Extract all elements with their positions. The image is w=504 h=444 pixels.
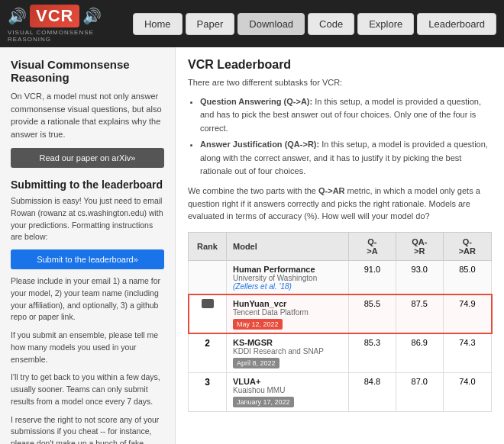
model-name: Human Performance: [233, 265, 342, 274]
main-content: Visual Commonsense Reasoning On VCR, a m…: [0, 47, 504, 444]
score-qar2: 74.0: [443, 372, 491, 411]
leaderboard-intro: There are two different subtasks for VCR…: [188, 76, 492, 89]
leaderboard-title: VCR Leaderboard: [188, 58, 492, 72]
model-cite: (Zellers et al. '18): [233, 282, 342, 291]
cheat-note: I reserve the right to not score any of …: [11, 414, 164, 445]
score-qar: 86.9: [396, 333, 443, 372]
date-badge: May 12, 2022: [233, 319, 283, 330]
model-cell: Human Performance University of Washingt…: [227, 260, 349, 294]
model-name: KS-MGSR: [233, 338, 342, 347]
rank-number: 3: [205, 377, 210, 388]
left-intro: On VCR, a model must not only answer com…: [11, 90, 164, 140]
nav-download[interactable]: Download: [237, 13, 305, 35]
logo-area: 🔊 VCR 🔊 Visual Commonsense Reasoning: [8, 5, 118, 43]
nav: Home Paper Download Code Explore Leaderb…: [133, 13, 496, 35]
score-qa: 84.8: [349, 372, 396, 411]
logo-icon-left: 🔊: [8, 7, 27, 25]
nav-leaderboard[interactable]: Leaderboard: [417, 13, 496, 35]
reply-note: I'll try to get back to you within a few…: [11, 372, 164, 407]
table-row: Human Performance University of Washingt…: [189, 260, 492, 294]
rank-cell: 2: [189, 333, 227, 372]
score-qa: 85.5: [349, 294, 396, 333]
task-qa-name: Question Answering (Q->A):: [200, 97, 312, 106]
submit-button[interactable]: Submit to the leaderboard»: [11, 249, 164, 269]
model-org: Kuaishou MMU: [233, 386, 342, 394]
arxiv-button[interactable]: Read our paper on arXiv»: [11, 148, 164, 168]
ensemble-note: If you submit an ensemble, please tell m…: [11, 330, 164, 365]
table-header-row: Rank Model Q->A QA->R Q->AR: [189, 232, 492, 260]
task-ar: Answer Justification (QA->R): In this se…: [200, 138, 492, 179]
model-name: VLUA+: [233, 377, 342, 386]
score-qar2: 74.9: [443, 294, 491, 333]
table-row: 3 VLUA+ Kuaishou MMU January 17, 2022 84…: [189, 372, 492, 411]
right-panel: VCR Leaderboard There are two different …: [176, 47, 504, 444]
logo-subtitle: Visual Commonsense Reasoning: [8, 29, 118, 43]
logo-icon-right: 🔊: [82, 7, 102, 25]
score-qa: 91.0: [349, 260, 396, 294]
nav-paper[interactable]: Paper: [186, 13, 235, 35]
task-ar-name: Answer Justification (QA->R):: [200, 140, 319, 149]
leaderboard-table: Rank Model Q->A QA->R Q->AR Human Perfor…: [188, 232, 492, 412]
task-qa: Question Answering (Q->A): In this setup…: [200, 95, 492, 136]
score-qar2: 85.0: [443, 260, 491, 294]
model-name: HunYuan_vcr: [233, 299, 342, 308]
score-qa: 85.3: [349, 333, 396, 372]
model-cell: VLUA+ Kuaishou MMU January 17, 2022: [227, 372, 349, 411]
model-org: KDDI Research and SNAP: [233, 347, 342, 356]
rank-icon: [202, 299, 214, 308]
nav-home[interactable]: Home: [133, 13, 183, 35]
col-rank: Rank: [189, 232, 227, 260]
model-cell: KS-MGSR KDDI Research and SNAP April 8, …: [227, 333, 349, 372]
logo-box: 🔊 VCR 🔊: [8, 5, 102, 27]
score-qar: 87.0: [396, 372, 443, 411]
col-qar2: Q->AR: [443, 232, 491, 260]
rank-cell: [189, 294, 227, 333]
submit-intro: Submission is easy! You just need to ema…: [11, 195, 164, 243]
rank-number: 2: [205, 338, 210, 349]
left-panel: Visual Commonsense Reasoning On VCR, a m…: [0, 47, 176, 444]
logo-vcr: VCR: [30, 5, 79, 27]
nav-explore[interactable]: Explore: [357, 13, 414, 35]
submit-title: Submitting to the leaderboard: [11, 179, 164, 191]
header: 🔊 VCR 🔊 Visual Commonsense Reasoning Hom…: [0, 0, 504, 47]
date-badge: April 8, 2022: [233, 358, 279, 368]
nav-code[interactable]: Code: [308, 13, 354, 35]
table-row: HunYuan_vcr Tencent Data Platform May 12…: [189, 294, 492, 333]
score-qar2: 74.3: [443, 333, 491, 372]
left-title: Visual Commonsense Reasoning: [11, 58, 164, 84]
submit-note: Please include in your email 1) a name f…: [11, 275, 164, 323]
metric-text: We combine the two parts with the Q->AR …: [188, 185, 492, 223]
col-qar: QA->R: [396, 232, 443, 260]
col-qa: Q->A: [349, 232, 396, 260]
task-list: Question Answering (Q->A): In this setup…: [200, 95, 492, 179]
model-org: Tencent Data Platform: [233, 308, 342, 317]
model-org: University of Washington: [233, 274, 342, 282]
rank-cell: [189, 260, 227, 294]
model-cell: HunYuan_vcr Tencent Data Platform May 12…: [227, 294, 349, 333]
col-model: Model: [227, 232, 349, 260]
date-badge: January 17, 2022: [233, 397, 294, 407]
score-qar: 87.5: [396, 294, 443, 333]
score-qar: 93.0: [396, 260, 443, 294]
rank-cell: 3: [189, 372, 227, 411]
table-row: 2 KS-MGSR KDDI Research and SNAP April 8…: [189, 333, 492, 372]
